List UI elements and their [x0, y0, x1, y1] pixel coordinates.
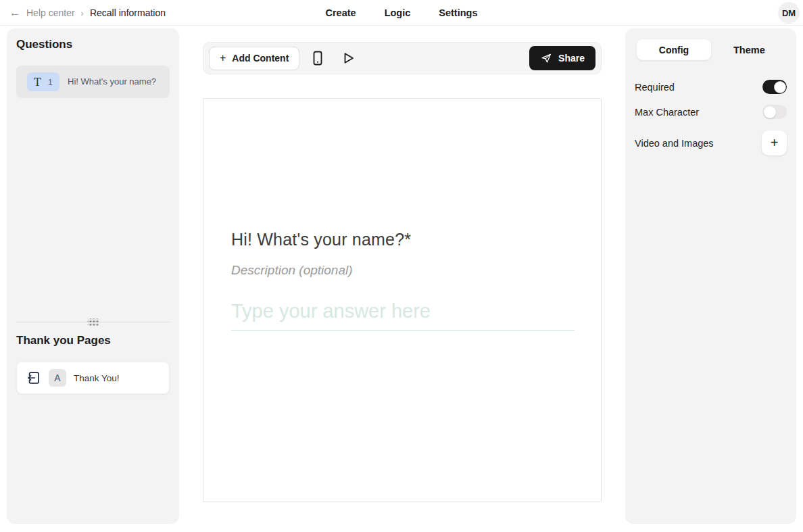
add-content-label: Add Content	[232, 53, 289, 64]
canvas-description-placeholder[interactable]: Description (optional)	[231, 263, 573, 278]
breadcrumb-help-center[interactable]: Help center	[26, 7, 75, 18]
breadcrumb: ← Help center › Recall information	[9, 0, 166, 26]
drag-handle-icon[interactable]	[87, 318, 99, 326]
canvas-question-title[interactable]: Hi! What's your name?*	[231, 230, 573, 249]
user-avatar[interactable]: DM	[778, 2, 800, 24]
mobile-preview-button[interactable]	[306, 47, 329, 70]
toggle-knob	[774, 81, 786, 93]
canvas-toolbar: + Add Content Share	[203, 42, 602, 74]
section-divider	[16, 322, 170, 322]
thankyou-page-item[interactable]: A Thank You!	[16, 362, 170, 394]
nav-settings[interactable]: Settings	[439, 7, 477, 18]
thankyou-letter-badge: A	[49, 369, 66, 387]
nav-logic[interactable]: Logic	[385, 7, 411, 18]
tab-config[interactable]: Config	[637, 39, 711, 60]
required-toggle[interactable]	[762, 80, 787, 94]
play-icon	[339, 50, 356, 66]
question-type-badge: T 1	[27, 72, 59, 91]
max-character-label: Max Character	[635, 107, 699, 118]
max-character-row: Max Character	[635, 105, 787, 119]
required-row: Required	[635, 80, 787, 94]
questions-sidebar: Questions T 1 Hi! What's your name? Than…	[7, 28, 179, 524]
share-label: Share	[558, 53, 585, 64]
thankyou-item-label: Thank You!	[74, 373, 120, 383]
exit-page-icon	[26, 370, 41, 385]
question-list-item[interactable]: T 1 Hi! What's your name?	[16, 66, 170, 98]
chevron-right-icon: ›	[81, 8, 84, 18]
config-sidebar: Config Theme Required Max Character Vide…	[625, 28, 796, 524]
tab-theme[interactable]: Theme	[733, 45, 765, 55]
toggle-knob	[764, 106, 776, 118]
send-icon	[540, 52, 552, 64]
question-canvas: Hi! What's your name?* Description (opti…	[203, 98, 602, 502]
plus-icon: +	[220, 52, 226, 64]
form-builder-app: ← Help center › Recall information Creat…	[0, 0, 803, 532]
thankyou-pages-title: Thank you Pages	[16, 334, 170, 347]
add-content-button[interactable]: + Add Content	[209, 47, 299, 70]
breadcrumb-current-form: Recall information	[90, 7, 166, 18]
media-row: Video and Images +	[635, 130, 787, 155]
preview-play-button[interactable]	[336, 47, 359, 70]
top-bar: ← Help center › Recall information Creat…	[0, 0, 803, 26]
questions-title: Questions	[16, 38, 170, 51]
text-type-icon: T	[34, 76, 41, 89]
add-media-button[interactable]: +	[762, 130, 787, 155]
question-item-label: Hi! What's your name?	[68, 76, 157, 88]
top-nav: Create Logic Settings	[325, 0, 477, 26]
mobile-phone-icon	[310, 50, 326, 66]
back-arrow-icon[interactable]: ←	[9, 7, 20, 18]
nav-create[interactable]: Create	[325, 7, 356, 18]
share-button[interactable]: Share	[529, 46, 595, 70]
required-label: Required	[635, 82, 675, 93]
media-label: Video and Images	[635, 138, 714, 149]
answer-placeholder-text: Type your answer here	[231, 300, 575, 330]
answer-input[interactable]: Type your answer here	[231, 300, 575, 331]
max-character-toggle[interactable]	[762, 105, 787, 119]
question-number: 1	[48, 77, 53, 87]
config-tabs: Config Theme	[635, 39, 787, 60]
